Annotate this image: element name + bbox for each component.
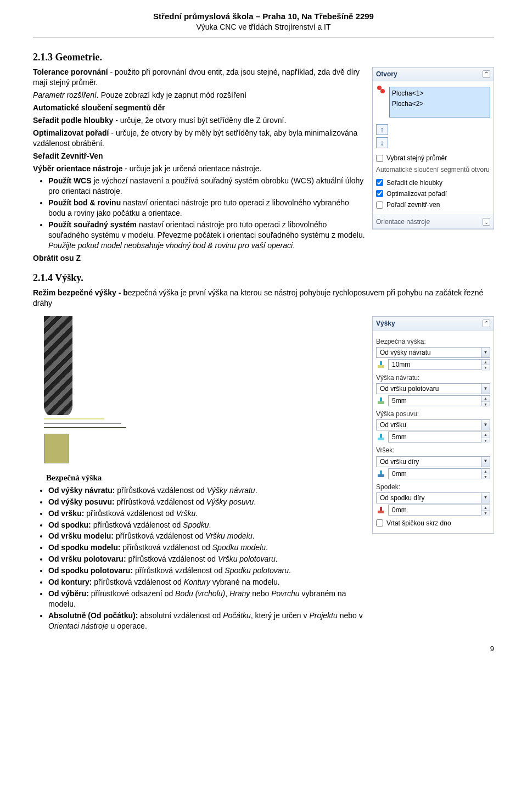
spinner-down-icon[interactable]: ▼: [481, 474, 490, 479]
svg-rect-5: [380, 397, 382, 401]
move-up-button[interactable]: ↑: [376, 124, 388, 135]
list-item: Použít souřadný systém nastaví orientaci…: [48, 220, 366, 251]
subsection-tool-orientation[interactable]: Orientace nástroje ⌄: [373, 215, 494, 229]
spinner-up-icon[interactable]: ▲: [481, 432, 490, 438]
list-item: Od spodku polotovaru: přírůstková vzdále…: [48, 565, 372, 576]
label-safe-height: Bezpečná výška:: [376, 337, 490, 346]
chevron-down-icon[interactable]: ▼: [481, 384, 490, 394]
label-top: Vršek:: [376, 446, 490, 455]
list-orientace: Použít WCS je výchozí nastavení a použív…: [33, 176, 366, 250]
list-item: Od vršku polotovaru: přírůstková vzdálen…: [48, 554, 372, 564]
checkbox-sort-depth[interactable]: Seřadit dle hloubky: [376, 178, 490, 187]
svg-rect-4: [378, 401, 384, 404]
expand-icon[interactable]: ⌄: [483, 218, 490, 226]
list-item: Od výběru: přírustkové odsazení od Bodu …: [48, 589, 372, 609]
face-selection-list[interactable]: Plocha<1> Plocha<2>: [389, 87, 490, 117]
list-item: Od výšky posuvu: přírůstková vzdálenost …: [48, 497, 372, 507]
checkbox-same-diameter[interactable]: Vybrat stejný průměr: [376, 154, 490, 163]
svg-rect-2: [378, 365, 384, 368]
face-item[interactable]: Plocha<2>: [392, 99, 487, 109]
input-bottom[interactable]: 0mm▲▼: [388, 505, 490, 516]
checkbox-drill-through[interactable]: Vrtat špičkou skrz dno: [376, 519, 490, 528]
spinner-up-icon[interactable]: ▲: [481, 396, 490, 401]
chevron-down-icon[interactable]: ▼: [481, 420, 490, 430]
svg-rect-9: [380, 471, 382, 474]
list-item: Od výšky návratu: přírůstková vzdálenost…: [48, 485, 372, 496]
para-orientace: Výběr orientace nástroje - určuje jak je…: [33, 164, 366, 174]
para-optimalizovat: Optimalizovat pořadí - určuje, že otvory…: [33, 128, 366, 149]
label-bottom: Spodek:: [376, 483, 490, 491]
height-icon-blue: [376, 469, 386, 479]
para-obratit-z: Obrátit osu Z: [33, 253, 366, 264]
drill-figure: [44, 316, 132, 463]
collapse-icon[interactable]: ⌃: [483, 70, 490, 78]
label-retract-height: Výška návratu:: [376, 373, 490, 382]
list-item: Od spodku: přírůstková vzdálenost od Spo…: [48, 520, 372, 530]
svg-rect-11: [380, 507, 382, 511]
panel-otvory-title: Otvory: [376, 70, 397, 79]
svg-point-1: [380, 89, 385, 93]
svg-rect-3: [380, 361, 382, 365]
para-parametr: Parametr rozšíření. Pouze zobrazí kdy je…: [33, 90, 366, 100]
panel-vysky-title: Výšky: [376, 319, 395, 328]
header-divider: [33, 37, 494, 37]
dropdown-safe-height-mode[interactable]: Od výšky návratu▼: [376, 347, 490, 358]
chevron-down-icon[interactable]: ▼: [481, 457, 490, 467]
move-down-button[interactable]: ↓: [376, 137, 388, 148]
heading-vysky: 2.1.4 Výšky.: [33, 271, 494, 284]
svg-rect-7: [380, 434, 382, 438]
heading-geometrie: 2.1.3 Geometrie.: [33, 51, 366, 64]
dropdown-bottom-mode[interactable]: Od spodku díry▼: [376, 492, 490, 503]
list-bezpecna-vyska: Od výšky návratu: přírůstková vzdálenost…: [33, 485, 372, 631]
input-top[interactable]: 0mm▲▼: [388, 468, 490, 479]
page-number: 9: [33, 644, 494, 654]
collapse-icon[interactable]: ⌃: [483, 320, 490, 327]
para-seradit-hloubka: Seřadit podle hloubky - určuje, že otvor…: [33, 115, 366, 126]
panel-vysky-header[interactable]: Výšky ⌃: [373, 317, 494, 331]
list-item: Od vršku modelu: přírůstková vzdálenost …: [48, 531, 372, 541]
faces-icon: [376, 85, 386, 94]
panel-otvory: Otvory ⌃ Plocha<1> Plocha<2> ↑ ↓ Vybrat …: [372, 67, 494, 229]
chevron-down-icon[interactable]: ▼: [481, 348, 490, 357]
svg-rect-10: [378, 511, 384, 513]
para-zevnitr-ven: Seřadit Zevnitř-Ven: [33, 151, 366, 161]
input-safe-height[interactable]: 10mm▲▼: [388, 359, 490, 370]
spinner-down-icon[interactable]: ▼: [481, 365, 490, 370]
para-bezpecna-vyska: Režim bezpečné výšky - bezpečná výška je…: [33, 288, 494, 309]
para-autoslouceni: Automatické sloučení segmentů děr: [33, 103, 366, 113]
chevron-down-icon[interactable]: ▼: [481, 493, 490, 503]
label-auto-merge: Automatické sloučení segmentů otvoru: [376, 165, 490, 174]
list-item: Od kontury: přírůstková vzdálenost od Ko…: [48, 577, 372, 587]
spinner-up-icon[interactable]: ▲: [481, 505, 490, 511]
checkbox-optimize-order[interactable]: Optimalizovat pořadí: [376, 189, 490, 198]
page-header: Střední průmyslová škola – Praha 10, Na …: [33, 11, 494, 32]
label-feed-height: Výška posuvu:: [376, 410, 490, 418]
list-item: Od vršku: přírůstková vzdálenost od Vršk…: [48, 508, 372, 519]
heading-bezpecna-vyska: Bezpečná výška: [46, 472, 372, 483]
header-subtitle: Výuka CNC ve třídách Strojírenství a IT: [33, 22, 494, 32]
checkbox-inside-out[interactable]: Pořadí zevnitř-ven: [376, 200, 490, 209]
spinner-up-icon[interactable]: ▲: [481, 360, 490, 365]
svg-rect-8: [378, 474, 384, 477]
panel-otvory-header[interactable]: Otvory ⌃: [373, 68, 494, 81]
spinner-down-icon[interactable]: ▼: [481, 438, 490, 443]
input-retract-height[interactable]: 5mm▲▼: [388, 395, 490, 406]
spinner-down-icon[interactable]: ▼: [481, 511, 490, 516]
input-feed-height[interactable]: 5mm▲▼: [388, 432, 490, 443]
face-item[interactable]: Plocha<1>: [392, 88, 487, 98]
list-item: Použít WCS je výchozí nastavení a použív…: [48, 176, 366, 197]
section-geometrie-text: 2.1.3 Geometrie. Tolerance porovnání - p…: [33, 45, 372, 265]
height-icon-cyan: [376, 432, 386, 442]
list-item: Od spodku modelu: přírůstková vzdálenost…: [48, 542, 372, 553]
list-item: Použít bod & rovinu nastaví orientaci ná…: [48, 198, 366, 219]
height-icon-yellow: [376, 360, 386, 369]
dropdown-retract-height-mode[interactable]: Od vršku polotovaru▼: [376, 383, 490, 394]
svg-point-0: [377, 86, 382, 90]
dropdown-top-mode[interactable]: Od vršku díry▼: [376, 456, 490, 467]
spinner-up-icon[interactable]: ▲: [481, 469, 490, 474]
spinner-down-icon[interactable]: ▼: [481, 402, 490, 407]
header-title: Střední průmyslová škola – Praha 10, Na …: [33, 11, 494, 22]
height-icon-green: [376, 396, 386, 406]
para-tolerance: Tolerance porovnání - použito při porovn…: [33, 67, 366, 88]
dropdown-feed-height-mode[interactable]: Od vršku▼: [376, 419, 490, 430]
